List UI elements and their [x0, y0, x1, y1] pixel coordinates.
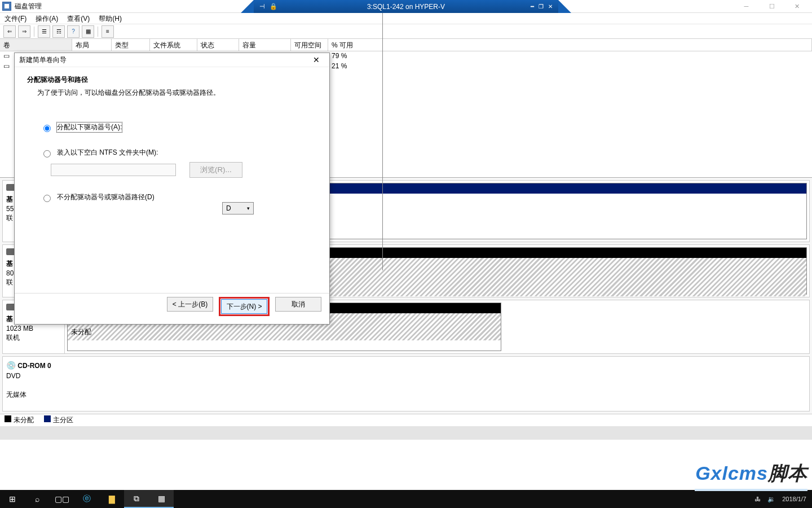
tb-view2-icon[interactable]: ☶	[52, 25, 65, 38]
menu-action[interactable]: 操作(A)	[36, 14, 58, 23]
app-icon	[2, 2, 11, 11]
hyperv-title: 3:SQL1-242 on HYPER-V	[367, 3, 445, 11]
watermark-underline	[695, 489, 807, 491]
radio-assign-letter[interactable]	[43, 125, 51, 132]
cdrom-info: 💿 CD-ROM 0 DVD 无媒体	[3, 357, 809, 411]
hv-restore-icon[interactable]: ❐	[539, 3, 544, 10]
radio-no-assign-label: 不分配驱动器号或驱动器路径(D)	[57, 192, 155, 202]
lock-icon[interactable]: 🔒	[270, 3, 277, 10]
dialog-title-text: 新建简单卷向导	[19, 55, 67, 65]
dialog-section-title: 分配驱动器号和路径	[27, 75, 317, 85]
col-capacity[interactable]: 容量	[239, 39, 291, 51]
bottom-strip	[0, 426, 812, 440]
radio-no-assign[interactable]	[43, 195, 51, 202]
hv-close-icon[interactable]: ✕	[548, 3, 553, 10]
toolbar-separator	[34, 27, 34, 37]
toolbar: ⇐ ⇒ ☰ ☶ ? ▦ ≡	[0, 24, 812, 39]
maximize-button[interactable]: ☐	[759, 0, 784, 13]
chevron-down-icon: ▾	[247, 205, 250, 211]
dialog-description: 为了便于访问，可以给磁盘分区分配驱动器号或驱动器路径。	[37, 88, 317, 98]
cancel-button[interactable]: 取消	[275, 297, 321, 312]
tb-list-icon[interactable]: ≡	[102, 25, 114, 38]
vol-pct: 79 %	[332, 52, 347, 61]
dialog-titlebar[interactable]: 新建简单卷向导 ✕	[15, 53, 329, 67]
pin-icon[interactable]: ⊣	[259, 3, 265, 10]
ie-icon[interactable]: ⓔ	[74, 490, 99, 508]
back-button[interactable]: < 上一步(B)	[167, 297, 213, 312]
next-button[interactable]: 下一步(N) >	[221, 299, 267, 314]
tray-date[interactable]: 2018/1/7	[782, 496, 806, 502]
col-layout[interactable]: 布局	[72, 39, 112, 51]
radio-mount-folder[interactable]	[43, 150, 51, 157]
browse-button: 浏览(R)...	[189, 162, 242, 178]
explorer-icon[interactable]: ▇	[99, 490, 124, 508]
cd-icon: 💿	[6, 361, 16, 370]
task-view-icon[interactable]: ▢▢	[50, 490, 74, 508]
windows-taskbar[interactable]: ⊞ ⌕ ▢▢ ⓔ ▇ ⧉ ▦ 🖧 🔉 2018/1/7	[0, 490, 812, 508]
col-fs[interactable]: 文件系统	[150, 39, 197, 51]
close-icon[interactable]: ✕	[308, 55, 325, 64]
dialog-separator	[15, 293, 329, 294]
close-button[interactable]: ✕	[784, 0, 810, 13]
tray-sound-icon[interactable]: 🔉	[767, 496, 775, 503]
volume-list-header: 卷 布局 类型 文件系统 状态 容量 可用空间 % 可用	[0, 39, 812, 51]
tb-back-icon[interactable]: ⇐	[3, 25, 16, 38]
radio-assign-letter-label: 分配以下驱动器号(A):	[57, 122, 122, 132]
col-status[interactable]: 状态	[197, 39, 239, 51]
tb-props-icon[interactable]: ▦	[82, 25, 94, 38]
drive-letter-select[interactable]: D ▾	[222, 202, 254, 214]
menu-file[interactable]: 文件(F)	[5, 14, 27, 23]
server-manager-icon[interactable]: ⧉	[124, 490, 149, 508]
watermark: Gxlcms脚本	[695, 461, 807, 487]
artifact-divider	[382, 13, 383, 270]
hv-minimize-icon[interactable]: ━	[531, 3, 534, 10]
col-free[interactable]: 可用空间	[291, 39, 328, 51]
radio-mount-folder-label: 装入以下空白 NTFS 文件夹中(M):	[57, 148, 158, 157]
disk-mgmt-icon[interactable]: ▦	[149, 490, 174, 508]
tray-network-icon[interactable]: 🖧	[754, 496, 761, 502]
col-type[interactable]: 类型	[112, 39, 150, 51]
menu-view[interactable]: 查看(V)	[67, 14, 90, 23]
app-title: 磁盘管理	[15, 2, 42, 11]
mount-path-input	[51, 164, 176, 176]
legend: 未分配 主分区	[0, 414, 812, 426]
legend-primary-swatch	[44, 415, 51, 422]
menu-help[interactable]: 帮助(H)	[99, 14, 122, 23]
tb-help-icon[interactable]: ?	[67, 25, 80, 38]
tb-view1-icon[interactable]: ☰	[38, 25, 50, 38]
menu-bar: 文件(F) 操作(A) 查看(V) 帮助(H)	[0, 13, 812, 24]
disk-row-cd[interactable]: 💿 CD-ROM 0 DVD 无媒体	[2, 356, 810, 411]
col-pct[interactable]: % 可用	[328, 39, 812, 51]
hyperv-connection-bar: ⊣ 🔒 3:SQL1-242 on HYPER-V ━ ❐ ✕	[254, 0, 558, 13]
vol-pct: 21 %	[332, 62, 347, 71]
new-volume-wizard-dialog: 新建简单卷向导 ✕ 分配驱动器号和路径 为了便于访问，可以给磁盘分区分配驱动器号…	[14, 52, 330, 325]
toolbar-separator-2	[98, 27, 98, 37]
next-button-highlight: 下一步(N) >	[219, 297, 270, 316]
col-volume[interactable]: 卷	[0, 39, 72, 51]
minimize-button[interactable]: ─	[734, 0, 759, 13]
search-icon[interactable]: ⌕	[25, 490, 50, 508]
tb-fwd-icon[interactable]: ⇒	[18, 25, 30, 38]
start-button[interactable]: ⊞	[0, 490, 25, 508]
legend-unalloc-swatch	[5, 415, 11, 422]
